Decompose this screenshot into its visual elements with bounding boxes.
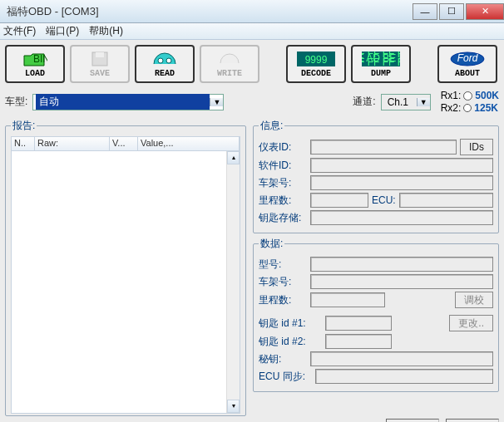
data-mileage-field[interactable] [310,292,385,307]
dump-button[interactable]: FF FF FF FFDE AD BE EFFF FF FF FF DUMP [351,45,411,83]
info-mileage-field[interactable] [310,193,368,208]
soft-id-field[interactable] [310,158,493,173]
rx1-radio[interactable] [463,91,472,101]
svg-text:BIN: BIN [33,53,47,65]
rx2-radio[interactable] [463,104,472,112]
folder-icon: BIN [22,50,47,68]
svg-text:FF FF FF FF: FF FF FF FF [362,56,400,66]
report-table-header: N.. Raw: V... Value,... [11,136,240,151]
info-panel: 信息: 仪表ID:IDs 软件ID: 车架号: 里程数:ECU: 钥匙存储: [253,119,499,233]
data-legend: 数据: [259,237,284,251]
car-type-label: 车型: [5,95,27,109]
dashboard-icon [151,50,179,68]
svg-point-4 [166,58,171,63]
menu-port[interactable]: 端口(P) [46,24,79,38]
window-title: 福特OBD - [COM3] [7,4,411,19]
svg-rect-2 [96,52,104,57]
decode-button[interactable]: 9999 DECODE [286,45,346,83]
car-type-select[interactable]: 自动 ▼ [32,94,224,110]
model-field[interactable] [310,257,493,272]
menu-bar: 文件(F) 端口(P) 帮助(H) [0,23,504,40]
config-row: 车型: 自动 ▼ 通道: Ch.1 ▼ Rx1: 500K Rx2: 125K [5,88,499,119]
status-model: FORD2 [386,419,439,422]
menu-help[interactable]: 帮助(H) [89,24,123,38]
ids-button[interactable]: IDs [460,139,493,155]
rx2-label: Rx2: [441,102,462,114]
close-button[interactable]: ✕ [466,3,504,20]
toolbar: BIN LOAD SAVE READ WRITE 9999 DECODE FF … [5,43,499,88]
channel-label: 通道: [353,95,375,109]
ford-logo-icon: Ford [449,50,486,68]
chevron-down-icon: ▼ [417,98,430,106]
info-ecu-field[interactable] [399,193,493,208]
adjust-button[interactable]: 调校 [455,292,493,308]
chevron-down-icon: ▼ [210,98,223,106]
load-button[interactable]: BIN LOAD [5,45,65,83]
scroll-up-icon[interactable]: ▴ [227,151,240,164]
svg-text:9999: 9999 [305,54,328,66]
rx2-value: 125K [474,102,498,114]
save-button[interactable]: SAVE [70,45,130,83]
info-legend: 信息: [259,119,284,133]
minimize-button[interactable]: — [413,3,437,20]
about-button[interactable]: Ford ABOUT [437,45,497,83]
disk-icon [91,50,109,68]
maximize-button[interactable]: ☐ [439,3,464,20]
read-button[interactable]: READ [135,45,195,83]
channel-select[interactable]: Ch.1 ▼ [381,94,431,110]
key2-field[interactable] [325,334,392,349]
status-version: v1.8 [446,419,499,422]
data-panel: 数据: 型号: 车架号: 里程数:调校 钥匙 id #1:更改.. 钥匙 id … [253,237,499,392]
scrollbar[interactable]: ▴ ▾ [226,151,240,413]
report-legend: 报告: [11,119,37,133]
ecu-sync-field[interactable] [315,369,493,384]
scroll-down-icon[interactable]: ▾ [227,400,240,413]
title-bar: 福特OBD - [COM3] — ☐ ✕ [0,0,504,23]
data-vin-field[interactable] [310,274,493,289]
menu-file[interactable]: 文件(F) [3,24,36,38]
secret-field[interactable] [310,351,493,366]
svg-point-3 [158,58,163,63]
status-bar: FORD2 v1.8 [5,416,499,422]
svg-text:Ford: Ford [457,52,478,64]
gauge-icon [217,50,242,68]
info-vin-field[interactable] [310,175,493,190]
hex-icon: FF FF FF FFDE AD BE EFFF FF FF FF [362,50,400,68]
rx1-value: 500K [475,90,499,101]
keystore-field[interactable] [310,210,493,225]
write-button[interactable]: WRITE [200,45,259,83]
digits-icon: 9999 [297,50,335,68]
meter-id-field[interactable] [310,140,457,155]
key1-field[interactable] [325,316,392,331]
change-button[interactable]: 更改.. [449,315,493,331]
rx1-label: Rx1: [441,90,462,101]
report-panel: 报告: N.. Raw: V... Value,... ▴ ▾ [5,119,246,416]
report-table-body[interactable]: ▴ ▾ [11,151,240,414]
